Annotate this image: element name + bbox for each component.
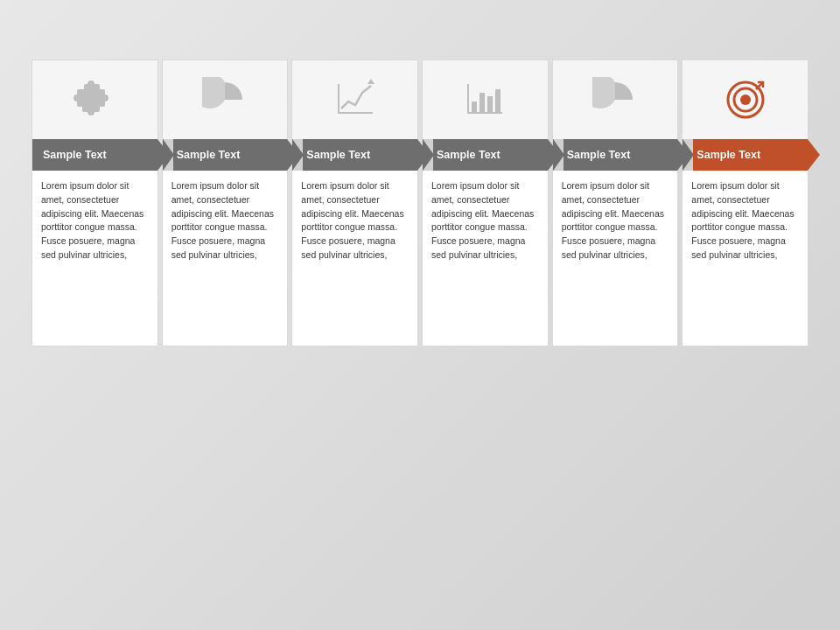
step-label-2: Sample Text	[177, 149, 241, 161]
svg-rect-7	[487, 96, 493, 112]
slide: Sample Text Lorem ipsum dolor sit amet, …	[0, 0, 840, 630]
body-text-5: Lorem ipsum dolor sit amet, consectetuer…	[562, 179, 669, 262]
arrow-label-4: Sample Text	[423, 139, 548, 171]
text-area-3: Lorem ipsum dolor sit amet, consectetuer…	[292, 171, 417, 346]
step-label-6: Sample Text	[696, 149, 760, 161]
flow-item-3: Sample Text Lorem ipsum dolor sit amet, …	[291, 60, 418, 346]
card-4: Sample Text Lorem ipsum dolor sit amet, …	[422, 60, 549, 346]
svg-point-11	[740, 94, 751, 105]
notch-3	[292, 139, 304, 171]
card-5: Sample Text Lorem ipsum dolor sit amet, …	[552, 60, 679, 346]
flow-item-4: Sample Text Lorem ipsum dolor sit amet, …	[422, 60, 549, 346]
text-area-2: Lorem ipsum dolor sit amet, consectetuer…	[163, 171, 288, 346]
card-3: Sample Text Lorem ipsum dolor sit amet, …	[291, 60, 418, 346]
body-text-2: Lorem ipsum dolor sit amet, consectetuer…	[172, 179, 279, 262]
svg-rect-5	[472, 102, 477, 112]
step-label-1: Sample Text	[43, 149, 107, 161]
svg-rect-1	[338, 84, 340, 114]
svg-marker-2	[368, 79, 374, 84]
notch-2	[163, 139, 174, 171]
text-area-1: Lorem ipsum dolor sit amet, consectetuer…	[32, 171, 158, 346]
icon-area-1	[32, 60, 158, 139]
card-2: Sample Text Lorem ipsum dolor sit amet, …	[162, 60, 289, 346]
notch-5	[553, 139, 564, 171]
arrow-label-5: Sample Text	[553, 139, 678, 171]
flow-item-6: Sample Text Lorem ipsum dolor sit amet, …	[682, 60, 808, 346]
text-area-4: Lorem ipsum dolor sit amet, consectetuer…	[423, 171, 548, 346]
svg-rect-0	[338, 112, 373, 114]
arrow-label-3: Sample Text	[292, 139, 417, 171]
arrow-label-2: Sample Text	[163, 139, 288, 171]
text-area-6: Lorem ipsum dolor sit amet, consectetuer…	[682, 171, 808, 346]
card-1: Sample Text Lorem ipsum dolor sit amet, …	[32, 60, 158, 346]
step-label-5: Sample Text	[567, 149, 631, 161]
svg-rect-8	[495, 89, 500, 112]
step-label-4: Sample Text	[437, 149, 500, 161]
body-text-1: Lorem ipsum dolor sit amet, consectetuer…	[41, 179, 149, 262]
body-text-6: Lorem ipsum dolor sit amet, consectetuer…	[691, 179, 799, 262]
notch-4	[423, 139, 434, 171]
svg-rect-3	[467, 112, 502, 114]
svg-rect-6	[480, 93, 485, 112]
card-6: Sample Text Lorem ipsum dolor sit amet, …	[682, 60, 808, 346]
arrow-label-1: Sample Text	[32, 139, 158, 171]
icon-area-4	[423, 60, 548, 139]
body-text-3: Lorem ipsum dolor sit amet, consectetuer…	[301, 179, 409, 262]
svg-rect-4	[467, 84, 469, 114]
step-label-3: Sample Text	[306, 149, 370, 161]
notch-6	[682, 139, 694, 171]
flow-item-1: Sample Text Lorem ipsum dolor sit amet, …	[32, 60, 158, 346]
body-text-4: Lorem ipsum dolor sit amet, consectetuer…	[431, 179, 539, 262]
flow-item-5: Sample Text Lorem ipsum dolor sit amet, …	[552, 60, 679, 346]
icon-area-2	[163, 60, 288, 139]
arrow-label-6: Sample Text	[682, 139, 808, 171]
icon-area-3	[292, 60, 417, 139]
icon-area-6	[682, 60, 808, 139]
flow-container: Sample Text Lorem ipsum dolor sit amet, …	[32, 60, 808, 346]
flow-item-2: Sample Text Lorem ipsum dolor sit amet, …	[162, 60, 289, 346]
icon-area-5	[553, 60, 678, 139]
text-area-5: Lorem ipsum dolor sit amet, consectetuer…	[553, 171, 678, 346]
